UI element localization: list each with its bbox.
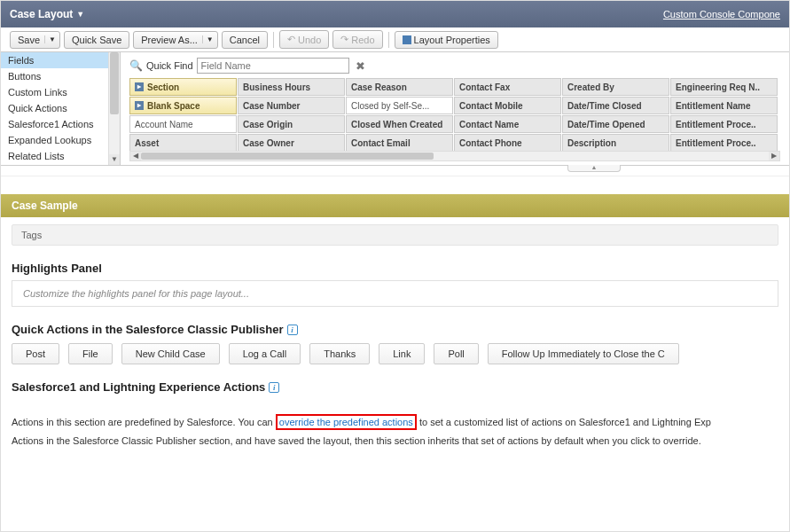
field-contact-email[interactable]: Contact Email bbox=[346, 134, 453, 152]
undo-icon: ↶ bbox=[287, 34, 295, 45]
field-engineering-req-n-[interactable]: Engineering Req N.. bbox=[670, 78, 778, 96]
field-closed-by-self-se-[interactable]: Closed by Self-Se... bbox=[346, 97, 453, 114]
quick-action-new-child-case[interactable]: New Child Case bbox=[121, 343, 220, 364]
palette-category-buttons[interactable]: Buttons bbox=[1, 68, 109, 84]
field-label: Contact Fax bbox=[459, 82, 510, 92]
clear-icon[interactable]: ✖ bbox=[356, 59, 365, 73]
preview-as-button[interactable]: Preview As...▼ bbox=[133, 31, 218, 49]
field-business-hours[interactable]: Business Hours bbox=[238, 78, 345, 96]
quick-action-thanks[interactable]: Thanks bbox=[309, 343, 370, 364]
palette-category-expanded-lookups[interactable]: Expanded Lookups bbox=[1, 132, 109, 148]
separator bbox=[388, 32, 389, 48]
scrollbar-horizontal[interactable]: ◀ ▶ bbox=[129, 151, 780, 161]
field-date-time-closed[interactable]: Date/Time Closed bbox=[562, 97, 669, 114]
scroll-down-icon[interactable]: ▼ bbox=[109, 154, 120, 165]
scrollbar-thumb[interactable] bbox=[110, 52, 119, 114]
tags-section[interactable]: Tags bbox=[12, 224, 778, 246]
field-account-name[interactable]: Account Name bbox=[129, 115, 237, 133]
sample-header: Case Sample bbox=[1, 194, 789, 217]
field-label: Case Reason bbox=[351, 82, 407, 92]
field-label: Blank Space bbox=[147, 101, 199, 111]
section-icon: ▸ bbox=[135, 101, 144, 110]
scroll-right-icon[interactable]: ▶ bbox=[769, 152, 779, 160]
palette-body: 🔍 Quick Find ✖ ▸Section▸Blank SpaceAccou… bbox=[121, 52, 789, 165]
custom-console-link[interactable]: Custom Console Compone bbox=[663, 9, 780, 20]
field-case-origin[interactable]: Case Origin bbox=[238, 115, 345, 133]
info-icon[interactable]: i bbox=[287, 325, 298, 335]
cancel-button[interactable]: Cancel bbox=[222, 31, 268, 49]
chevron-down-icon: ▼ bbox=[76, 10, 84, 19]
field-entitlement-proce-[interactable]: Entitlement Proce.. bbox=[670, 134, 778, 152]
sf1-lightning-title-text: Salesforce1 and Lightning Experience Act… bbox=[12, 380, 265, 394]
field-label: Date/Time Opened bbox=[567, 120, 645, 129]
scrollbar-vertical[interactable]: ▼ bbox=[108, 52, 120, 165]
field-blank-space[interactable]: ▸Blank Space bbox=[129, 97, 237, 114]
quick-actions-row: PostFileNew Child CaseLog a CallThanksLi… bbox=[12, 343, 778, 364]
lx-text-1: Actions in this section are predefined b… bbox=[12, 417, 276, 427]
field-contact-phone[interactable]: Contact Phone bbox=[454, 134, 561, 152]
field-date-time-opened[interactable]: Date/Time Opened bbox=[562, 115, 669, 133]
palette-category-fields[interactable]: Fields bbox=[1, 52, 109, 68]
field-label: Contact Mobile bbox=[459, 101, 523, 111]
override-predefined-actions-link[interactable]: override the predefined actions bbox=[276, 414, 417, 430]
field-entitlement-proce-[interactable]: Entitlement Proce.. bbox=[670, 115, 778, 133]
palette-category-quick-actions[interactable]: Quick Actions bbox=[1, 100, 109, 116]
section-icon: ▸ bbox=[135, 82, 144, 91]
sf1-lightning-body: Actions in this section are predefined b… bbox=[12, 401, 778, 450]
toolbar: Save▼ Quick Save Preview As...▼ Cancel ↶… bbox=[1, 27, 789, 52]
quick-action-post[interactable]: Post bbox=[12, 343, 59, 364]
field-description[interactable]: Description bbox=[562, 134, 669, 152]
redo-button[interactable]: ↷Redo bbox=[332, 30, 382, 49]
quick-actions-section: Quick Actions in the Salesforce Classic … bbox=[12, 323, 778, 364]
quick-action-file[interactable]: File bbox=[68, 343, 113, 364]
collapse-handle[interactable]: ▲ bbox=[567, 165, 621, 172]
field-case-number[interactable]: Case Number bbox=[238, 97, 345, 114]
save-label: Save bbox=[18, 35, 40, 45]
quick-action-follow-up-immediately-to-close-the-c[interactable]: Follow Up Immediately to Close the C bbox=[488, 343, 679, 364]
scrollbar-thumb[interactable] bbox=[141, 153, 434, 160]
quick-find-input[interactable] bbox=[197, 58, 349, 74]
field-label: Account Name bbox=[135, 120, 193, 129]
field-contact-fax[interactable]: Contact Fax bbox=[454, 78, 561, 96]
field-section[interactable]: ▸Section bbox=[129, 78, 237, 96]
sf1-lightning-title: Salesforce1 and Lightning Experience Act… bbox=[12, 380, 778, 394]
chevron-down-icon[interactable]: ▼ bbox=[44, 35, 56, 43]
chevron-down-icon[interactable]: ▼ bbox=[202, 35, 214, 43]
highlights-panel-box[interactable]: Customize the highlights panel for this … bbox=[12, 280, 778, 307]
scroll-left-icon[interactable]: ◀ bbox=[130, 152, 141, 160]
layout-properties-button[interactable]: Layout Properties bbox=[395, 31, 498, 49]
field-label: Description bbox=[567, 138, 616, 148]
field-case-owner[interactable]: Case Owner bbox=[238, 134, 345, 152]
field-closed-when-created[interactable]: Closed When Created bbox=[346, 115, 453, 133]
preview-label: Preview As... bbox=[141, 35, 198, 45]
quick-find-label: Quick Find bbox=[146, 60, 193, 71]
palette-category-salesforce1-actions[interactable]: Salesforce1 Actions bbox=[1, 116, 109, 132]
lx-text-2: to set a customized list of actions on S… bbox=[417, 417, 711, 427]
save-button[interactable]: Save▼ bbox=[10, 31, 60, 49]
palette-category-custom-links[interactable]: Custom Links bbox=[1, 84, 109, 100]
field-contact-mobile[interactable]: Contact Mobile bbox=[454, 97, 561, 114]
quick-find: 🔍 Quick Find ✖ bbox=[129, 58, 780, 74]
quick-action-log-a-call[interactable]: Log a Call bbox=[229, 343, 301, 364]
quick-action-link[interactable]: Link bbox=[379, 343, 425, 364]
undo-label: Undo bbox=[298, 35, 321, 45]
palette-category-related-lists[interactable]: Related Lists bbox=[1, 148, 109, 164]
quick-action-poll[interactable]: Poll bbox=[434, 343, 478, 364]
field-label: Contact Phone bbox=[459, 138, 522, 148]
field-created-by[interactable]: Created By bbox=[562, 78, 669, 96]
field-entitlement-name[interactable]: Entitlement Name bbox=[670, 97, 778, 114]
topbar: Case Layout ▼ Custom Console Compone bbox=[1, 1, 789, 27]
page-title[interactable]: Case Layout ▼ bbox=[10, 8, 84, 20]
field-case-reason[interactable]: Case Reason bbox=[346, 78, 453, 96]
field-label: Engineering Req N.. bbox=[676, 82, 760, 92]
layout-icon bbox=[403, 35, 411, 44]
field-grid: ▸Section▸Blank SpaceAccount NameAssetBus… bbox=[129, 78, 780, 153]
field-label: Section bbox=[147, 82, 179, 92]
quick-actions-title-text: Quick Actions in the Salesforce Classic … bbox=[12, 323, 284, 336]
undo-button[interactable]: ↶Undo bbox=[279, 30, 329, 49]
field-contact-name[interactable]: Contact Name bbox=[454, 115, 561, 133]
info-icon[interactable]: i bbox=[269, 382, 279, 393]
field-label: Business Hours bbox=[243, 82, 310, 92]
field-asset[interactable]: Asset bbox=[129, 134, 237, 152]
quick-save-button[interactable]: Quick Save bbox=[64, 31, 129, 49]
